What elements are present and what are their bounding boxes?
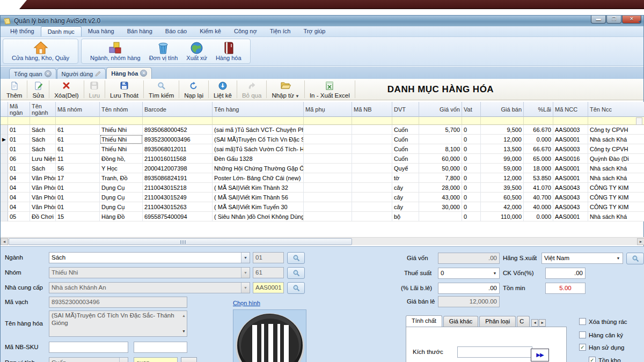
cell-r4-c8[interactable]: Quyể (392, 164, 419, 173)
cell-r5-c4[interactable]: 8935086824191 (143, 173, 213, 183)
toolbar-button-1[interactable]: Sửa (27, 79, 49, 100)
cell-r4-c1[interactable]: Sách (30, 164, 56, 173)
cell-r1-c13[interactable]: AAS0001 (553, 135, 588, 144)
cell-r6-c8[interactable]: cây (392, 183, 419, 193)
menu-item-2[interactable]: Mua hàng (82, 26, 121, 36)
cell-r6-c2[interactable]: 01 (56, 183, 100, 193)
row-selector[interactable] (1, 164, 8, 173)
cell-r6-c14[interactable]: CÔNG TY KIM (588, 183, 644, 193)
nha-cung-cap-combo[interactable]: Nhà sách Khánh An▼ (49, 282, 250, 293)
sku-field[interactable] (134, 342, 187, 353)
cell-r4-c11[interactable]: 59,000 (481, 164, 524, 173)
cell-r1-c6[interactable] (304, 135, 352, 144)
column-header-9[interactable]: Giá vốn (419, 102, 462, 117)
cell-r6-c10[interactable]: 0 (462, 183, 481, 193)
cell-r8-c4[interactable]: 2110043015263 (143, 202, 213, 212)
row-selector[interactable] (1, 154, 8, 164)
expand-more-button[interactable]: ▶▶ (531, 349, 549, 361)
ck-von-field[interactable]: .00 (545, 268, 586, 279)
cell-r7-c7[interactable] (352, 193, 392, 202)
table-row[interactable]: 01Sách61Thiếu Nhi8935068012011(sai mã)Tủ… (1, 144, 644, 154)
menu-item-5[interactable]: Kiểm kê (193, 26, 228, 36)
cell-r1-c5[interactable]: (SAI MÃ)Truyện Cổ Tích Vn Đặc S (213, 135, 304, 144)
cell-r2-c8[interactable]: Cuốn (392, 144, 419, 154)
property-tab-0[interactable]: Tính chất (406, 315, 442, 327)
checkbox-3[interactable]: ✓Tồn kho (589, 357, 621, 362)
cell-r6-c1[interactable]: Văn Phòn (30, 183, 56, 193)
row-selector[interactable] (1, 144, 8, 154)
cell-r6-c13[interactable]: AAS0043 (553, 183, 588, 193)
column-header-2[interactable]: Mã nhóm (56, 102, 100, 117)
cell-r9-c8[interactable]: bộ (392, 212, 419, 221)
cell-r3-c1[interactable]: Lưu Niệm (30, 154, 56, 164)
gia-von-field[interactable]: .00 (438, 253, 500, 264)
cell-r7-c4[interactable]: 2110043015249 (143, 193, 213, 202)
filter-cell-10[interactable] (462, 117, 481, 125)
cell-r0-c12[interactable]: 66.670 (524, 125, 553, 135)
cell-r4-c9[interactable]: 50,000 (419, 164, 462, 173)
menu-item-3[interactable]: Bán hàng (121, 26, 159, 36)
cell-r2-c11[interactable]: 13,500 (481, 144, 524, 154)
cell-r2-c3[interactable]: Thiếu Nhi (100, 144, 143, 154)
cell-r2-c1[interactable]: Sách (30, 144, 56, 154)
cell-r7-c6[interactable] (304, 193, 352, 202)
cell-r3-c6[interactable] (304, 154, 352, 164)
chevron-down-icon[interactable]: ▼ (241, 268, 250, 278)
menu-item-7[interactable]: Tiện ích (264, 26, 297, 36)
cell-r4-c4[interactable]: 2000412007398 (143, 164, 213, 173)
ma-nb-field[interactable] (49, 342, 128, 353)
row-selector[interactable] (1, 183, 8, 193)
table-row[interactable]: 06Lưu Niệm11Đồng hồ,2110016011568Đèn Gấu… (1, 154, 644, 164)
cell-r8-c2[interactable]: 01 (56, 202, 100, 212)
chevron-down-icon[interactable]: ▼ (241, 283, 250, 293)
lai-ble-field[interactable]: .00 (438, 283, 500, 294)
table-row[interactable]: 04Văn Phòn17Tranh, Đồ8935086824191Poster… (1, 173, 644, 183)
cell-r0-c14[interactable]: Công ty CPVH (588, 125, 644, 135)
cell-r8-c9[interactable]: 30,000 (419, 202, 462, 212)
cell-r9-c9[interactable] (419, 212, 462, 221)
toolbar-button-2[interactable]: Xóa(Del) (49, 79, 83, 100)
cell-r7-c3[interactable]: Dụng Cụ (100, 193, 143, 202)
tabs-scroll-right-icon[interactable]: ► (539, 319, 546, 327)
checkbox-2[interactable]: ✓Hạn sử dụng (579, 344, 625, 351)
cell-r3-c11[interactable]: 99,000 (481, 154, 524, 164)
ten-hang-hoa-textarea[interactable]: (SAI MÃ)Truyện Cổ Tích Vn Đặc Sắc- Thánh… (49, 311, 187, 337)
cell-r4-c0[interactable]: 01 (8, 164, 30, 173)
chevron-down-icon[interactable]: ▼ (491, 268, 499, 278)
cell-r7-c1[interactable]: Văn Phòn (30, 193, 56, 202)
cell-r3-c4[interactable]: 2110016011568 (143, 154, 213, 164)
column-header-12[interactable]: %Lãi (524, 102, 553, 117)
cell-r0-c6[interactable] (304, 125, 352, 135)
ribbon-button-0-0[interactable]: Cửa hàng, Kho, Quầy (8, 40, 74, 62)
cell-r5-c8[interactable]: tờ (392, 173, 419, 183)
cell-r3-c8[interactable]: Cuốn (392, 154, 419, 164)
dropdown-arrow-icon[interactable]: ▼ (295, 94, 299, 99)
toolbar-button-0[interactable]: Thêm (2, 79, 27, 100)
scroll-up-icon[interactable]: ▲ (182, 312, 186, 320)
cell-r6-c4[interactable]: 2110043015218 (143, 183, 213, 193)
column-header-0[interactable]: Mã ngàn (8, 102, 30, 117)
toolbar-button-5[interactable]: Tìm kiếm (144, 79, 179, 100)
cell-r3-c7[interactable] (352, 154, 392, 164)
cell-r9-c13[interactable]: AAS0001 (553, 212, 588, 221)
cell-r3-c10[interactable]: 0 (462, 154, 481, 164)
product-image-box[interactable] (233, 309, 306, 362)
cell-r4-c13[interactable]: AAS0001 (553, 164, 588, 173)
row-selector[interactable]: ▶ (1, 135, 8, 144)
chon-hinh-link[interactable]: Chọn hình (233, 300, 260, 306)
filter-cell-13[interactable] (553, 117, 588, 125)
grid-vertical-scrollbar-stub[interactable] (636, 117, 642, 125)
column-header-3[interactable]: Tên nhóm (100, 102, 143, 117)
cell-r3-c14[interactable]: Quỳnh Đào (Di (588, 154, 644, 164)
menu-item-4[interactable]: Báo cáo (159, 26, 193, 36)
doc-tab-0[interactable]: Tổng quan✕ (9, 68, 56, 79)
cell-r4-c3[interactable]: Y Học (100, 164, 143, 173)
filter-cell-12[interactable] (524, 117, 553, 125)
cell-r1-c12[interactable]: 0.000 (524, 135, 553, 144)
ribbon-button-1-1[interactable]: Đơn vị tính (145, 40, 182, 62)
table-row[interactable]: 04Văn Phòn01Dụng Cụ2110043015249( MÃ SAI… (1, 193, 644, 202)
row-selector[interactable] (1, 193, 8, 202)
table-row[interactable]: 04Văn Phòn01Dụng Cụ2110043015218( MÃ SAI… (1, 183, 644, 193)
cell-r5-c2[interactable]: 17 (56, 173, 100, 183)
checkbox-box-icon[interactable] (579, 331, 586, 338)
